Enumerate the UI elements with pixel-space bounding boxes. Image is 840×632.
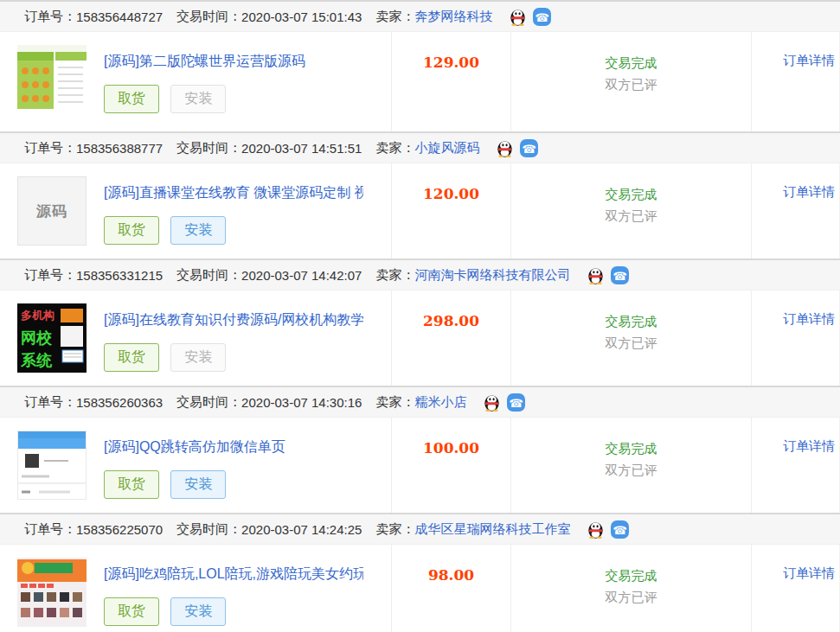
seller-label: 卖家：	[375, 9, 414, 25]
product-cell: 源码 [源码]直播课堂在线教育 微课堂源码定制 视频音... 取货 安装	[0, 163, 391, 259]
seller-link[interactable]: 小旋风源码	[414, 140, 479, 156]
trade-time-value: 2020-03-07 14:51:51	[241, 141, 362, 156]
order-no-label: 订单号：	[24, 521, 76, 538]
order-header: 订单号：158356225070 交易时间：2020-03-07 14:24:2…	[0, 513, 840, 545]
order-no-value: 158356225070	[76, 522, 163, 537]
order-details-link[interactable]: 订单详情	[783, 311, 835, 326]
price-value: 100.00	[423, 439, 479, 456]
order-no-value: 158356448727	[76, 10, 163, 24]
order-no-value: 158356331215	[76, 268, 163, 283]
svg-text:☎: ☎	[510, 396, 523, 409]
order-row: 订单号：158356331215 交易时间：2020-03-07 14:42:0…	[0, 259, 840, 386]
order-row: 订单号：158356448727 交易时间：2020-03-07 15:01:4…	[0, 0, 840, 131]
trade-time-label: 交易时间：	[176, 9, 241, 25]
qq-icon[interactable]	[587, 520, 604, 539]
product-title-link[interactable]: [源码]第二版陀螺世界运营版源码	[104, 53, 305, 71]
trade-time-label: 交易时间：	[176, 267, 241, 284]
qq-icon[interactable]	[497, 139, 513, 157]
orders-page: 订单号：158356448727 交易时间：2020-03-07 15:01:4…	[0, 0, 840, 632]
status-cell: 交易完成 双方已评	[510, 163, 751, 259]
status-cell: 交易完成 双方已评	[510, 545, 751, 632]
phone-icon[interactable]: ☎	[507, 393, 525, 412]
pickup-button[interactable]: 取货	[104, 470, 159, 499]
product-thumbnail[interactable]	[17, 431, 87, 500]
product-thumbnail[interactable]: 源码	[17, 176, 87, 246]
phone-icon[interactable]: ☎	[611, 266, 629, 284]
status-sub: 双方已评	[511, 459, 751, 481]
order-row: 订单号：158356260363 交易时间：2020-03-07 14:30:1…	[0, 386, 840, 513]
svg-text:多机构: 多机构	[21, 309, 55, 322]
price-cell: 100.00	[391, 418, 510, 513]
status-main: 交易完成	[511, 52, 751, 73]
order-no-label: 订单号：	[24, 394, 76, 411]
pickup-button[interactable]: 取货	[104, 216, 159, 245]
product-title-link[interactable]: [源码]吃鸡陪玩,LOL陪玩,游戏陪玩美女约玩网站...	[104, 565, 363, 584]
svg-text:网校: 网校	[21, 329, 53, 347]
product-cell: 多机构 网校 系统 [源码]在线教育知识付费源码/网校机构教学源码... 取货	[0, 290, 391, 386]
details-cell: 订单详情	[751, 545, 840, 632]
phone-icon[interactable]: ☎	[611, 520, 629, 539]
order-details-link[interactable]: 订单详情	[783, 438, 835, 453]
seller-link[interactable]: 糯米小店	[414, 394, 466, 411]
trade-time-value: 2020-03-07 14:30:16	[241, 395, 362, 410]
trade-time-value: 2020-03-07 15:01:43	[241, 10, 362, 24]
price-value: 120.00	[423, 185, 479, 202]
order-body: [源码]QQ跳转高仿加微信单页 取货 安装 100.00 交易完成 双方已评 订…	[0, 418, 840, 513]
trade-time-value: 2020-03-07 14:42:07	[241, 268, 362, 283]
status-main: 交易完成	[511, 310, 751, 332]
order-details-link[interactable]: 订单详情	[783, 53, 835, 67]
details-cell: 订单详情	[751, 32, 840, 131]
phone-icon[interactable]: ☎	[533, 8, 551, 26]
pickup-button[interactable]: 取货	[104, 85, 159, 113]
install-button[interactable]: 安装	[170, 470, 226, 499]
product-title-link[interactable]: [源码]在线教育知识付费源码/网校机构教学源码...	[104, 311, 363, 329]
details-cell: 订单详情	[751, 290, 840, 386]
svg-text:系统: 系统	[20, 352, 53, 369]
install-button[interactable]: 安装	[170, 85, 226, 113]
order-no-label: 订单号：	[24, 267, 76, 284]
status-sub: 双方已评	[511, 332, 751, 354]
order-header: 订单号：158356331215 交易时间：2020-03-07 14:42:0…	[0, 259, 840, 290]
order-details-link[interactable]: 订单详情	[783, 184, 835, 199]
svg-text:☎: ☎	[523, 142, 536, 155]
trade-time-label: 交易时间：	[176, 521, 241, 538]
phone-icon[interactable]: ☎	[520, 139, 538, 157]
status-cell: 交易完成 双方已评	[510, 418, 751, 513]
svg-text:☎: ☎	[613, 269, 627, 282]
product-thumbnail[interactable]	[17, 45, 87, 114]
seller-label: 卖家：	[375, 140, 414, 156]
price-value: 129.00	[423, 54, 479, 71]
pickup-button[interactable]: 取货	[104, 597, 159, 626]
seller-link[interactable]: 奔梦网络科技	[414, 9, 492, 25]
status-cell: 交易完成 双方已评	[510, 32, 751, 131]
order-header: 订单号：158356388777 交易时间：2020-03-07 14:51:5…	[0, 131, 840, 163]
price-cell: 98.00	[391, 545, 510, 632]
seller-link[interactable]: 成华区星瑞网络科技工作室	[414, 521, 570, 538]
qq-icon[interactable]	[484, 393, 500, 412]
qq-icon[interactable]	[587, 266, 604, 284]
install-button[interactable]: 安装	[170, 216, 226, 245]
product-title-link[interactable]: [源码]直播课堂在线教育 微课堂源码定制 视频音...	[104, 184, 363, 202]
price-value: 298.00	[423, 312, 479, 329]
order-row: 订单号：158356388777 交易时间：2020-03-07 14:51:5…	[0, 131, 840, 259]
product-title-link[interactable]: [源码]QQ跳转高仿加微信单页	[104, 438, 285, 456]
svg-text:☎: ☎	[613, 523, 627, 536]
order-header: 订单号：158356448727 交易时间：2020-03-07 15:01:4…	[0, 0, 840, 32]
order-no-label: 订单号：	[24, 140, 76, 156]
product-cell: [源码]吃鸡陪玩,LOL陪玩,游戏陪玩美女约玩网站... 取货 安装	[0, 545, 391, 632]
seller-label: 卖家：	[375, 267, 414, 284]
status-sub: 双方已评	[511, 586, 751, 608]
price-cell: 298.00	[391, 290, 510, 386]
order-no-value: 158356260363	[76, 395, 163, 410]
install-button[interactable]: 安装	[170, 343, 226, 372]
trade-time-label: 交易时间：	[176, 140, 241, 156]
seller-label: 卖家：	[375, 394, 414, 411]
product-thumbnail[interactable]	[17, 558, 87, 627]
pickup-button[interactable]: 取货	[104, 343, 159, 372]
qq-icon[interactable]	[510, 8, 526, 26]
product-thumbnail[interactable]: 多机构 网校 系统	[17, 303, 87, 373]
order-no-value: 158356388777	[76, 141, 163, 156]
seller-link[interactable]: 河南淘卡网络科技有限公司	[414, 267, 570, 284]
order-details-link[interactable]: 订单详情	[783, 565, 835, 580]
install-button[interactable]: 安装	[170, 597, 226, 626]
